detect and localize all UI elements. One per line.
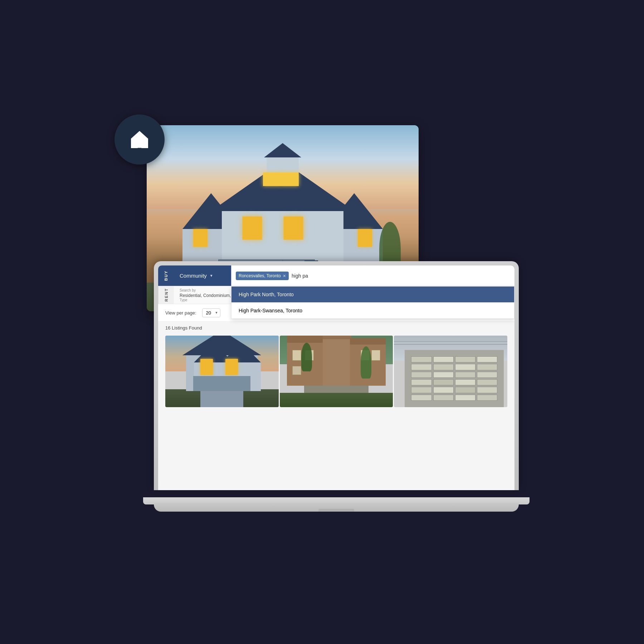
- tag-close-button[interactable]: ×: [283, 273, 286, 279]
- listings-grid: [158, 334, 514, 409]
- listings-count-text: 16 Listings Found: [165, 325, 202, 331]
- scene: BUY Community ▼ Roncesvalles, Toronto ×: [125, 125, 519, 519]
- laptop-notch: [318, 509, 354, 512]
- search-tag-chip: Roncesvalles, Toronto ×: [236, 272, 289, 280]
- buy-tab[interactable]: BUY: [158, 265, 174, 286]
- suggestion-item-1[interactable]: High Park North, Toronto: [231, 287, 514, 303]
- laptop: BUY Community ▼ Roncesvalles, Toronto ×: [154, 261, 519, 519]
- listing-card-3[interactable]: [394, 336, 507, 407]
- app-ui: BUY Community ▼ Roncesvalles, Toronto ×: [158, 265, 514, 490]
- community-dropdown[interactable]: Community ▼: [174, 265, 231, 286]
- search-row: BUY Community ▼ Roncesvalles, Toronto ×: [158, 265, 514, 286]
- suggestion-item-2[interactable]: High Park-Swansea, Toronto: [231, 303, 514, 318]
- view-per-page-label: View per page:: [165, 310, 196, 316]
- search-by-label: Search by: [180, 288, 196, 292]
- suggestions-dropdown: High Park North, Toronto High Park-Swans…: [231, 286, 514, 319]
- type-label: Type: [180, 298, 231, 302]
- laptop-feet: [154, 503, 519, 512]
- home-icon: [127, 127, 152, 152]
- filter-value: Residential, Condominium,: [180, 293, 231, 298]
- type-filter: Residential, Condominium, Type: [180, 293, 231, 302]
- dropdown-arrow-icon: ▼: [210, 274, 213, 278]
- svg-rect-0: [137, 142, 142, 148]
- per-page-select[interactable]: 20 40 60: [202, 308, 220, 317]
- tag-label: Roncesvalles, Toronto: [239, 273, 281, 278]
- community-label: Community: [180, 273, 207, 279]
- search-input[interactable]: [292, 273, 510, 279]
- rent-tab[interactable]: RENT: [158, 286, 174, 304]
- listing-card-1[interactable]: [165, 336, 279, 407]
- listing-card-2[interactable]: [280, 336, 393, 407]
- listings-count: 16 Listings Found: [158, 322, 514, 334]
- home-icon-circle[interactable]: [114, 114, 165, 165]
- search-input-area: Roncesvalles, Toronto ×: [231, 265, 514, 286]
- per-page-wrapper[interactable]: 20 40 60: [202, 308, 220, 317]
